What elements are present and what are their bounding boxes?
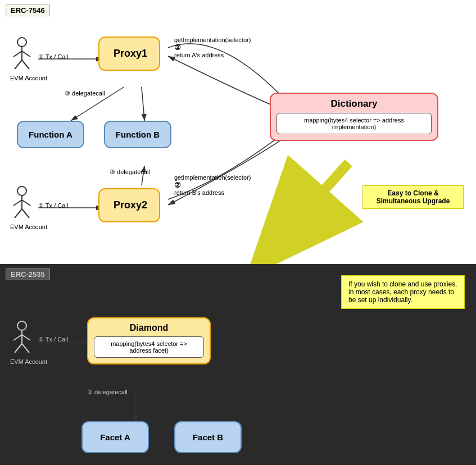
tx-call-label-bottom: ① Tx / Call [38, 336, 68, 343]
svg-point-10 [17, 186, 26, 195]
tx-call-label-1: ① Tx / Call [38, 53, 68, 61]
facet-a-box: Facet A [81, 421, 149, 453]
easy-clone-callout: Easy to Clone & Simultaneous Upgrade [362, 185, 464, 209]
section-erc2535: ERC-2535 If you wish to clone and use pr… [0, 264, 476, 465]
function-a-box: Function A [17, 121, 84, 148]
evm-account-bottom-label: EVM Account [10, 358, 47, 365]
get-impl-label-1: getImplementation(selector) ② return A's… [174, 37, 251, 58]
clone-callout: If you wish to clone and use proxies, in… [341, 275, 465, 309]
svg-line-7 [22, 51, 30, 57]
function-b-box: Function B [104, 121, 171, 148]
yellow-arrow-top [337, 157, 382, 281]
erc2535-label: ERC-2535 [6, 268, 50, 280]
delegatecall-label-1: ③ delegatecall [65, 90, 105, 97]
svg-line-22 [13, 335, 22, 340]
dictionary-box: Dictionary mapping(bytes4 selector => ad… [270, 93, 438, 141]
svg-line-23 [22, 335, 30, 340]
erc7546-label: ERC-7546 [6, 4, 50, 16]
diamond-mapping: mapping(bytes4 selector => address facet… [94, 336, 204, 358]
dictionary-mapping: mapping(bytes4 selector => address imple… [276, 113, 432, 134]
evm-account-2-label: EVM Account [10, 224, 47, 230]
svg-line-12 [13, 200, 22, 206]
section-erc7546: ERC-7546 [0, 0, 476, 264]
facet-b-box: Facet B [174, 421, 242, 453]
svg-point-20 [17, 321, 26, 330]
diamond-box: Diamond mapping(bytes4 selector => addre… [87, 317, 211, 364]
main-diagram: ERC-7546 [0, 0, 476, 465]
delegatecall-label-2: ③ delegatecall [110, 168, 150, 176]
dictionary-label: Dictionary [271, 94, 437, 110]
svg-point-4 [17, 38, 26, 47]
svg-line-8 [15, 60, 22, 69]
svg-line-9 [22, 60, 29, 69]
proxy2-box: Proxy2 [98, 188, 160, 222]
get-impl-label-2: getImplementation(selector) ② return B's… [174, 174, 251, 196]
svg-line-24 [15, 344, 22, 353]
svg-line-6 [13, 51, 22, 57]
delegatecall-label-bottom: ② delegatecall [87, 389, 128, 396]
svg-line-17 [259, 163, 348, 264]
tx-call-label-2: ① Tx / Call [38, 202, 68, 209]
evm-account-1-label: EVM Account [10, 75, 47, 81]
svg-line-14 [15, 209, 22, 218]
proxy1-box: Proxy1 [98, 37, 160, 71]
svg-line-13 [22, 200, 30, 206]
svg-line-25 [22, 344, 29, 353]
svg-line-15 [22, 209, 29, 218]
diamond-label: Diamond [88, 318, 210, 333]
